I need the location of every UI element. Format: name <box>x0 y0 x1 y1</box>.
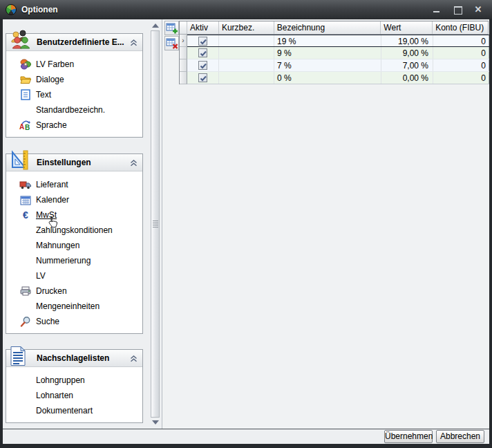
cell-wert[interactable]: 7,00 % <box>381 59 433 71</box>
section-title: Benutzerdefinierte E... <box>37 37 124 47</box>
sidebar-item-mwst[interactable]: € MwSt <box>6 207 142 223</box>
cell-wert[interactable]: 0,00 % <box>381 72 433 84</box>
col-header-kurzbez[interactable]: Kurzbez. <box>219 21 274 34</box>
mwst-table: Aktiv Kurzbez. Bezeichnung Wert Konto (F… <box>179 21 489 84</box>
item-label: Lieferant <box>36 180 68 189</box>
sidebar-item-lv-farben[interactable]: LV Farben <box>6 57 142 72</box>
settings-icon <box>10 150 30 173</box>
palette-icon <box>19 59 32 70</box>
cell-wert[interactable]: 19,00 % <box>381 35 433 46</box>
cancel-button[interactable]: Abbrechen <box>436 430 484 443</box>
delete-row-button[interactable] <box>164 36 179 50</box>
apply-button[interactable]: Übernehmen <box>384 430 433 443</box>
sidebar-item-dokumentenart[interactable]: Dokumentenart <box>6 403 142 418</box>
cell-kurzbez[interactable] <box>219 35 274 46</box>
item-label: Drucken <box>36 286 67 296</box>
table-row[interactable]: 7 % 7,00 % 0 <box>180 59 489 72</box>
item-label: Suche <box>36 317 59 326</box>
cell-konto[interactable]: 0 <box>433 35 489 46</box>
cell-bezeichnung[interactable]: 9 % <box>274 47 381 59</box>
col-header-konto[interactable]: Konto (FIBU) <box>433 21 489 34</box>
sidebar-scrollbar[interactable] <box>149 21 161 427</box>
item-label: Kalender <box>36 195 69 205</box>
collapse-icon[interactable] <box>130 39 138 48</box>
scrollbar-grip <box>153 221 158 227</box>
section-header-benutzerdefinierte[interactable]: Benutzerdefinierte E... <box>6 34 142 51</box>
cell-kurzbez[interactable] <box>219 59 274 71</box>
table-row[interactable]: 0 % 0,00 % 0 <box>180 72 489 84</box>
collapse-icon[interactable] <box>130 159 138 169</box>
grid-region: Aktiv Kurzbez. Bezeichnung Wert Konto (F… <box>162 19 489 429</box>
title-bar[interactable]: Optionen ✕ <box>0 0 492 19</box>
sidebar-item-standardbezeichn[interactable]: Standardbezeichn. <box>6 102 142 118</box>
no-icon <box>19 270 32 281</box>
item-label: Lohngruppen <box>36 375 85 385</box>
minimize-icon[interactable] <box>433 6 441 14</box>
sidebar-item-nummerierung[interactable]: Nummerierung <box>6 253 142 268</box>
section-title: Einstellungen <box>37 158 91 167</box>
col-header-aktiv[interactable]: Aktiv <box>187 21 219 34</box>
scroll-up-icon[interactable] <box>152 24 159 28</box>
collapse-icon[interactable] <box>130 355 138 364</box>
app-logo-icon <box>6 4 17 15</box>
truck-icon <box>19 179 32 190</box>
printer-icon <box>19 286 32 297</box>
sidebar-item-sprache[interactable]: AB Sprache <box>6 118 142 133</box>
svg-text:A: A <box>19 123 24 131</box>
section-header-nachschlagelisten[interactable]: Nachschlagelisten <box>6 350 142 367</box>
item-label: Sprache <box>36 120 67 130</box>
col-header-wert[interactable]: Wert <box>381 21 433 34</box>
row-indicator <box>180 47 187 59</box>
footer-bar: Übernehmen Abbrechen <box>3 429 489 444</box>
maximize-icon[interactable] <box>453 6 462 14</box>
scrollbar-thumb[interactable] <box>151 30 160 418</box>
cell-bezeichnung[interactable]: 19 % <box>274 35 381 46</box>
no-icon <box>19 240 32 251</box>
section-header-einstellungen[interactable]: Einstellungen <box>6 154 142 171</box>
item-label: LV Farben <box>36 59 74 69</box>
cell-kurzbez[interactable] <box>219 47 274 59</box>
aktiv-checkbox[interactable] <box>198 73 207 82</box>
sidebar-item-mengeneinheiten[interactable]: Mengeneinheiten <box>6 299 142 314</box>
close-icon[interactable]: ✕ <box>474 6 482 14</box>
cell-kurzbez[interactable] <box>219 72 274 84</box>
section-title: Nachschlagelisten <box>37 353 109 363</box>
sidebar-item-suche[interactable]: Suche <box>6 314 142 329</box>
no-icon <box>19 104 32 115</box>
sidebar-item-dialoge[interactable]: Dialoge <box>6 72 142 87</box>
sidebar-item-drucken[interactable]: Drucken <box>6 283 142 299</box>
aktiv-checkbox[interactable] <box>198 37 207 46</box>
sidebar-item-lv[interactable]: LV <box>6 268 142 283</box>
cell-konto[interactable]: 0 <box>433 59 489 71</box>
item-label: Lohnarten <box>36 391 73 400</box>
window-title: Optionen <box>21 5 58 15</box>
row-indicator-header <box>180 21 187 34</box>
sidebar-item-lohnarten[interactable]: Lohnarten <box>6 388 142 403</box>
sidebar-item-mahnungen[interactable]: Mahnungen <box>6 238 142 253</box>
table-row[interactable]: › 19 % 19,00 % 0 <box>180 35 489 47</box>
users-icon <box>10 30 32 51</box>
cell-bezeichnung[interactable]: 7 % <box>274 59 381 71</box>
sidebar-item-lieferant[interactable]: Lieferant <box>6 177 142 192</box>
aktiv-checkbox[interactable] <box>198 48 207 57</box>
cell-konto[interactable]: 0 <box>433 47 489 59</box>
col-header-bezeichnung[interactable]: Bezeichnung <box>274 21 381 34</box>
cell-wert[interactable]: 9,00 % <box>381 47 433 59</box>
no-icon <box>19 255 32 266</box>
list-icon <box>10 346 26 368</box>
cell-bezeichnung[interactable]: 0 % <box>274 72 381 84</box>
folder-icon <box>19 74 32 85</box>
aktiv-checkbox[interactable] <box>198 61 207 70</box>
euro-icon: € <box>19 209 32 221</box>
options-dialog: Optionen ✕ <box>0 0 492 448</box>
scroll-down-icon[interactable] <box>152 420 159 424</box>
dialog-body: Benutzerdefinierte E... LV Farben Dialog <box>3 19 489 429</box>
table-row[interactable]: 9 % 9,00 % 0 <box>180 47 489 59</box>
sidebar-item-zahlungskonditionen[interactable]: Zahlungskonditionen <box>6 223 142 238</box>
cell-konto[interactable]: 0 <box>433 72 489 84</box>
sidebar-section-einstellungen: Einstellungen Lieferant Kalender <box>6 153 143 334</box>
sidebar-item-lohngruppen[interactable]: Lohngruppen <box>6 373 142 388</box>
add-row-button[interactable] <box>164 21 179 35</box>
sidebar-item-kalender[interactable]: Kalender <box>6 192 142 207</box>
sidebar-item-text[interactable]: Text <box>6 87 142 102</box>
